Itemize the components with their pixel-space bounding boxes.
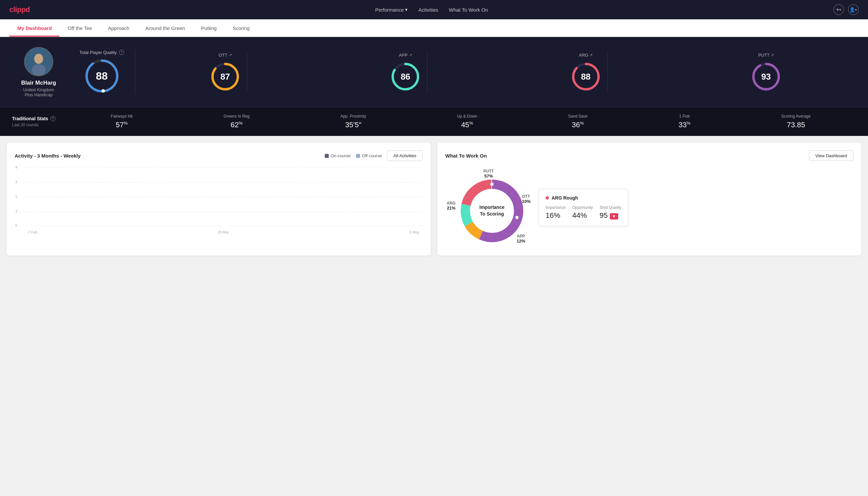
svg-point-22: [490, 183, 494, 186]
donut-label-putt: ARG 21%: [447, 201, 456, 211]
tab-scoring[interactable]: Scoring: [224, 19, 257, 37]
activity-chart: 4 3 2 1 0: [15, 168, 423, 234]
legend-off-course-dot: [356, 154, 360, 158]
tpq-help-icon[interactable]: ?: [119, 50, 124, 55]
player-country: United Kingdom: [23, 87, 54, 92]
arg-ring: 88: [571, 62, 601, 92]
stats-items: Fairways Hit 57% Greens In Reg 62% App. …: [65, 114, 856, 129]
player-name: Blair McHarg: [21, 80, 56, 86]
svg-point-23: [515, 216, 519, 219]
logo[interactable]: clippd: [9, 5, 30, 14]
score-card-arg: ARG ↗ 88: [564, 52, 608, 92]
bottom-panels: Activity - 3 Months - Weekly On course O…: [0, 136, 868, 262]
score-card-app: APP ↗ 86: [384, 52, 427, 92]
stat-scoring-average: Scoring Average 73.85: [782, 114, 811, 129]
chart-legend: On course Off course: [325, 153, 382, 158]
stat-sand-save: Sand Save 36%: [568, 114, 588, 129]
tpq-label: Total Player Quality ?: [80, 50, 124, 55]
donut-chart: Importance To Scoring: [455, 174, 528, 248]
info-card: ARG Rough Importance 16% Opportunity 44%…: [539, 189, 628, 226]
nav-activities[interactable]: Activities: [419, 7, 438, 13]
shot-quality-badge: ▼: [610, 213, 618, 219]
stats-help-icon[interactable]: ?: [50, 116, 56, 121]
bars-container: [25, 168, 423, 226]
nav-what-to-work-on[interactable]: What To Work On: [449, 7, 488, 13]
nav-performance[interactable]: Performance ▾: [375, 7, 408, 13]
legend-on-course: On course: [325, 153, 351, 158]
player-handicap: Plus Handicap: [25, 92, 53, 97]
donut-wrapper: PUTT 57% OTT 10% APP 12% ARG: [445, 168, 532, 248]
tab-my-dashboard[interactable]: My Dashboard: [9, 19, 60, 37]
svg-point-1: [34, 53, 43, 64]
info-opportunity: Opportunity 44%: [572, 205, 593, 220]
legend-off-course: Off course: [356, 153, 382, 158]
info-dot: [546, 196, 549, 200]
score-cards: OTT ↗ 87 APP ↗: [135, 52, 856, 92]
x-labels: 7 Feb 28 Mar 9 May: [25, 230, 423, 234]
activity-panel-header: Activity - 3 Months - Weekly On course O…: [15, 151, 423, 161]
scores-section: Total Player Quality ? 88 OTT ↗: [79, 50, 856, 94]
score-card-putt: PUTT ↗ 93: [744, 52, 788, 92]
player-info: Blair McHarg United Kingdom Plus Handica…: [12, 47, 65, 97]
activity-panel: Activity - 3 Months - Weekly On course O…: [7, 143, 431, 255]
tab-off-the-tee[interactable]: Off the Tee: [60, 19, 100, 37]
info-importance: Importance 16%: [546, 205, 566, 220]
tab-approach[interactable]: Approach: [100, 19, 137, 37]
putt-ring: 93: [751, 62, 781, 92]
app-ring: 86: [390, 62, 420, 92]
activity-panel-title: Activity - 3 Months - Weekly: [15, 153, 81, 158]
nav-links: Performance ▾ Activities What To Work On: [375, 7, 488, 13]
wtwon-title: What To Work On: [445, 153, 487, 158]
stat-up-and-down: Up & Down 45%: [457, 114, 477, 129]
tpq-score: 88: [96, 70, 108, 82]
tpq-ring: 88: [84, 58, 120, 94]
add-button[interactable]: + ▾: [833, 4, 844, 15]
all-activities-button[interactable]: All Activities: [387, 151, 423, 161]
player-avatar: [24, 47, 53, 76]
tab-putting[interactable]: Putting: [193, 19, 225, 37]
donut-center-text: Importance To Scoring: [479, 204, 504, 218]
score-card-ott: OTT ↗ 87: [204, 52, 247, 92]
tab-bar: My Dashboard Off the Tee Approach Around…: [0, 19, 868, 37]
stats-bar: Traditional Stats ? Last 20 rounds Fairw…: [0, 107, 868, 136]
stat-fairways-hit: Fairways Hit 57%: [111, 114, 132, 129]
stats-label: Traditional Stats ? Last 20 rounds: [12, 116, 65, 127]
svg-point-2: [32, 64, 46, 75]
stat-1-putt: 1 Putt 33%: [678, 114, 691, 129]
what-to-work-on-panel: What To Work On View Dashboard PUTT 57% …: [437, 143, 861, 255]
info-card-stats: Importance 16% Opportunity 44% Shot Qual…: [546, 205, 621, 220]
ott-ring: 87: [210, 62, 240, 92]
user-menu-button[interactable]: 👤 ▾: [848, 4, 859, 15]
tab-around-the-green[interactable]: Around the Green: [137, 19, 193, 37]
view-dashboard-button[interactable]: View Dashboard: [809, 151, 853, 161]
info-card-title-text: ARG Rough: [552, 195, 578, 201]
top-navigation: clippd Performance ▾ Activities What To …: [0, 0, 868, 19]
stat-greens-in-reg: Greens In Reg 62%: [223, 114, 250, 129]
stat-app-proximity: App. Proximity 35'5": [341, 114, 366, 129]
nav-right: + ▾ 👤 ▾: [833, 4, 859, 15]
hero-section: Blair McHarg United Kingdom Plus Handica…: [0, 37, 868, 107]
wtwon-header: What To Work On View Dashboard: [445, 151, 853, 161]
total-player-quality: Total Player Quality ? 88: [79, 50, 135, 94]
legend-on-course-dot: [325, 154, 329, 158]
donut-section: PUTT 57% OTT 10% APP 12% ARG: [445, 168, 853, 248]
info-shot-quality: Shot Quality 95 ▼: [600, 205, 621, 220]
